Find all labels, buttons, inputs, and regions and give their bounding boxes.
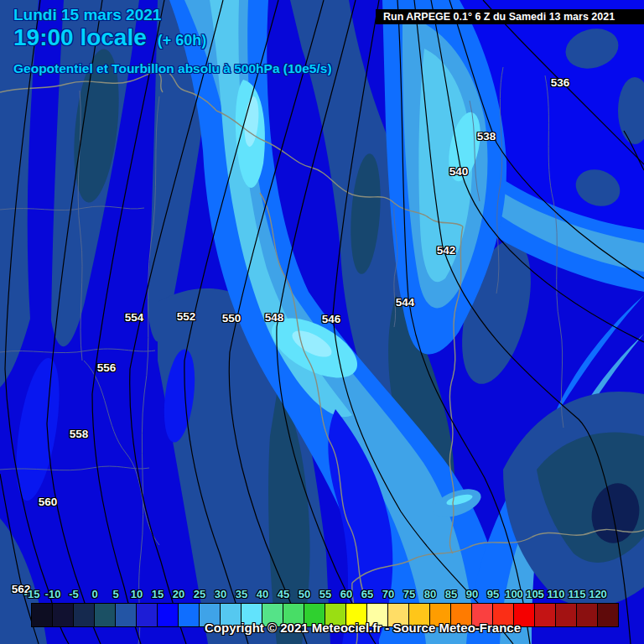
legend-tick: 110	[548, 588, 565, 600]
legend-tick: 95	[487, 588, 499, 600]
valid-time: 19:00 locale(+ 60h)	[13, 24, 332, 54]
contour-label: 536	[551, 76, 570, 89]
legend-color-cell	[74, 604, 95, 626]
run-info-text: Run ARPEGE 0.1° 6 Z du Samedi 13 mars 20…	[383, 11, 615, 23]
contour-labels-layer: 5365385405425445465485505525545565585605…	[0, 0, 644, 644]
legend-tick: 45	[278, 588, 289, 600]
legend-tick: -10	[45, 588, 61, 600]
legend-color-cell	[577, 604, 598, 626]
valid-date: Lundi 15 mars 2021	[13, 6, 332, 24]
legend-color-cell	[598, 604, 618, 626]
legend-color-cell	[137, 604, 158, 626]
legend-tick: 120	[589, 588, 607, 600]
contour-label: 548	[265, 311, 284, 324]
legend-tick: -5	[69, 588, 79, 600]
chart-title: Geopotentiel et Tourbillon absolu à 500h…	[13, 61, 332, 76]
legend-tick: 5	[112, 588, 118, 600]
legend-color-cell	[179, 604, 200, 626]
legend-tick: 10	[131, 588, 143, 600]
legend-tick: 20	[173, 588, 184, 600]
contour-label: 556	[97, 361, 117, 374]
legend-tick: 50	[299, 588, 310, 600]
weather-map-page: 5365385405425445465485505525545565585605…	[0, 0, 644, 644]
legend-tick: 80	[424, 588, 436, 600]
contour-label: 546	[322, 313, 341, 325]
contour-label: 544	[396, 296, 415, 309]
legend-color-cell	[158, 604, 179, 626]
legend-tick: 105	[526, 588, 544, 600]
run-info-box: Run ARPEGE 0.1° 6 Z du Samedi 13 mars 20…	[376, 9, 644, 24]
legend-tick: 85	[445, 588, 457, 600]
contour-label: 552	[177, 310, 196, 323]
legend-color-cell	[95, 604, 116, 626]
legend-color-cell	[32, 604, 53, 626]
legend-color-cell	[53, 604, 74, 626]
copyright-text: Copyright © 2021 Meteociel.fr - Source M…	[205, 621, 521, 635]
legend-tick: 65	[361, 588, 373, 600]
contour-label: 558	[70, 428, 89, 440]
valid-time-text: 19:00 locale	[13, 24, 147, 50]
legend-tick: 25	[194, 588, 205, 600]
legend-tick: 90	[466, 588, 478, 600]
legend-tick: 35	[236, 588, 247, 600]
contour-label: 542	[437, 244, 456, 257]
header: Lundi 15 mars 2021 19:00 locale(+ 60h) G…	[13, 6, 332, 76]
legend-tick: 100	[505, 588, 523, 600]
legend-tick: -15	[24, 588, 40, 600]
legend-tick: 0	[91, 588, 97, 600]
forecast-offset: (+ 60h)	[158, 32, 207, 49]
legend-tick: 15	[152, 588, 164, 600]
legend-tick: 75	[403, 588, 415, 600]
legend-color-cell	[556, 604, 577, 626]
contour-label: 550	[222, 312, 242, 325]
contour-label: 554	[125, 311, 144, 324]
legend-tick: 55	[319, 588, 331, 600]
legend-tick: 30	[215, 588, 226, 600]
contour-label: 538	[477, 130, 496, 143]
contour-label: 560	[39, 496, 58, 508]
legend-color-cell	[535, 604, 556, 626]
legend-tick: 40	[257, 588, 268, 600]
legend-tick: 70	[382, 588, 394, 600]
legend-color-cell	[116, 604, 137, 626]
legend-tick-row: -15-10-505101520253035404550556065707580…	[0, 588, 644, 601]
contour-label: 540	[449, 165, 469, 178]
legend-tick: 115	[569, 588, 586, 600]
legend-tick: 60	[340, 588, 352, 600]
